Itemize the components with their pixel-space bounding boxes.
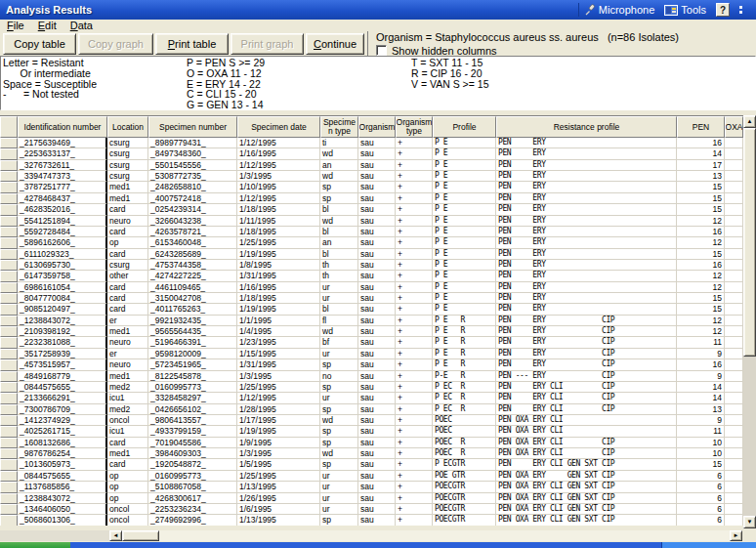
cell-location[interactable]: med1 (107, 448, 148, 459)
cell-identification-number[interactable]: _5592728484_ (18, 227, 107, 237)
cell-identification-number[interactable]: _6147359758_ (18, 271, 107, 281)
cell-resistance-profile[interactable]: PEN ERY CIP (496, 349, 677, 359)
cell-pen[interactable]: 12 (677, 271, 725, 281)
cell-specimen-number[interactable]: _5501545556_ (148, 160, 237, 171)
cell-specimen-number[interactable]: _5308772735_ (148, 171, 237, 182)
cell-location[interactable]: csurg (107, 171, 148, 182)
horizontal-scrollbar-track[interactable] (159, 530, 730, 541)
cell-specimen-type[interactable]: sp (320, 515, 358, 526)
cell-organism[interactable]: sau (358, 138, 396, 148)
cell-profile[interactable]: P E (433, 138, 496, 148)
cell-resistance-profile[interactable]: PEN ERY CIP (496, 337, 677, 348)
cell-resistance-profile[interactable]: PEN ERY CLI CIP (496, 382, 677, 393)
cell-identification-number[interactable]: _4025261715_ (18, 426, 107, 437)
cell-location[interactable]: med2 (107, 382, 148, 393)
cell-oxa[interactable] (725, 349, 743, 359)
cell-specimen-date[interactable]: 1/25/1995 (237, 382, 320, 393)
cell-identification-number[interactable]: _9085120497_ (18, 304, 107, 315)
cell-specimen-type[interactable]: wd (320, 415, 358, 426)
cell-pen[interactable]: 6 (677, 493, 725, 504)
cell-identification-number[interactable]: _1137685856_ (18, 482, 107, 492)
cell-specimen-number[interactable]: _2749692996_ (148, 515, 237, 526)
cell-profile[interactable]: P E R (433, 326, 496, 337)
cell-profile[interactable]: P E (433, 293, 496, 304)
cell-specimen-number[interactable]: _5723451965_ (148, 359, 237, 370)
row-header-cell[interactable] (0, 371, 18, 382)
cell-organism[interactable]: sau (358, 415, 396, 426)
table-row[interactable]: _2253633137_csurg_8497348360_1/16/1995wd… (0, 148, 743, 159)
table-row[interactable]: _3276732611_csurg_5501545556_1/12/1995an… (0, 160, 743, 171)
cell-location[interactable]: csurg (107, 160, 148, 171)
row-header-cell[interactable] (0, 349, 18, 359)
cell-pen[interactable]: 6 (677, 504, 725, 515)
row-header-cell[interactable] (0, 237, 18, 248)
cell-oxa[interactable] (725, 304, 743, 315)
cell-specimen-number[interactable]: _4007572418_ (148, 193, 237, 204)
cell-profile[interactable]: P E R (433, 337, 496, 348)
column-header-pen[interactable]: PEN (677, 116, 725, 138)
scroll-up-button[interactable]: ▲ (743, 115, 756, 128)
vertical-scrollbar-track[interactable] (743, 357, 756, 516)
cell-specimen-number[interactable]: _4263578721_ (148, 227, 237, 237)
cell-organism[interactable]: sau (358, 359, 396, 370)
cell-oxa[interactable] (725, 404, 743, 415)
cell-specimen-type[interactable]: bl (320, 304, 358, 315)
table-row[interactable]: _5541251894_neuro_3266043238_1/11/1995wd… (0, 216, 743, 227)
cell-specimen-type[interactable]: an (320, 160, 358, 171)
cell-specimen-date[interactable]: 1/18/1995 (237, 204, 320, 215)
cell-resistance-profile[interactable]: PEN ERY CIP (496, 316, 677, 326)
table-row[interactable]: _9085120497_card_4011765263_1/19/1995bls… (0, 304, 743, 315)
row-header-cell[interactable] (0, 337, 18, 348)
cell-organism[interactable]: sau (358, 316, 396, 326)
cell-resistance-profile[interactable]: PEN ERY CIP (496, 326, 677, 337)
cell-organism-type[interactable]: + (396, 160, 433, 171)
cell-specimen-number[interactable]: _8497348360_ (148, 148, 237, 159)
cell-organism[interactable]: sau (358, 282, 396, 293)
cell-profile[interactable]: POE GTR (433, 471, 496, 482)
cell-specimen-date[interactable]: 1/10/1995 (237, 182, 320, 192)
menu-data[interactable]: Data (63, 20, 100, 32)
cell-organism-type[interactable]: + (396, 282, 433, 293)
cell-organism-type[interactable]: + (396, 271, 433, 281)
table-row[interactable]: _4025261715_icu1_4933799159_1/19/1995sps… (0, 426, 743, 437)
cell-pen[interactable]: 13 (677, 171, 725, 182)
cell-location[interactable]: op (107, 482, 148, 492)
horizontal-scrollbar-thumb[interactable] (122, 530, 159, 541)
cell-specimen-date[interactable]: 1/3/1995 (237, 171, 320, 182)
menu-edit[interactable]: Edit (31, 20, 63, 32)
column-header-location[interactable]: Location (107, 116, 148, 138)
cell-specimen-date[interactable]: 1/8/1995 (237, 260, 320, 271)
cell-specimen-type[interactable]: sp (320, 193, 358, 204)
cell-specimen-number[interactable]: _4461109465_ (148, 282, 237, 293)
cell-organism[interactable]: sau (358, 382, 396, 393)
cell-organism[interactable]: sau (358, 271, 396, 281)
cell-specimen-date[interactable]: 1/17/1995 (237, 415, 320, 426)
cell-resistance-profile[interactable]: PEN ERY CIP (496, 359, 677, 370)
cell-identification-number[interactable]: _3394747373_ (18, 171, 107, 182)
cell-identification-number[interactable]: _7300786709_ (18, 404, 107, 415)
show-hidden-columns-checkbox[interactable] (376, 45, 387, 56)
cell-location[interactable]: med1 (107, 371, 148, 382)
cell-organism[interactable]: sau (358, 493, 396, 504)
row-header-cell[interactable] (0, 459, 18, 470)
cell-specimen-number[interactable]: _3328458297_ (148, 393, 237, 403)
cell-identification-number[interactable]: _6130695730_ (18, 260, 107, 271)
cell-resistance-profile[interactable]: PEN OXA ERY CLI GEN SXT CIP (496, 482, 677, 492)
cell-pen[interactable]: 15 (677, 182, 725, 192)
cell-specimen-type[interactable]: wd (320, 171, 358, 182)
cell-pen[interactable]: 12 (677, 216, 725, 227)
cell-specimen-number[interactable]: _7019045586_ (148, 438, 237, 448)
cell-pen[interactable]: 12 (677, 237, 725, 248)
cell-organism[interactable]: sau (358, 326, 396, 337)
cell-identification-number[interactable]: _6986161054_ (18, 282, 107, 293)
cell-identification-number[interactable]: _2133666291_ (18, 393, 107, 403)
cell-specimen-type[interactable]: ur (320, 393, 358, 403)
cell-pen[interactable]: 11 (677, 337, 725, 348)
cell-organism-type[interactable]: + (396, 426, 433, 437)
table-row[interactable]: _2232381088_neuro_5196466391_1/23/1995bf… (0, 337, 743, 348)
cell-pen[interactable]: 16 (677, 359, 725, 370)
cell-resistance-profile[interactable]: PEN ERY (496, 260, 677, 271)
cell-specimen-number[interactable]: _6153460048_ (148, 237, 237, 248)
cell-specimen-date[interactable]: 1/13/1995 (237, 482, 320, 492)
cell-organism-type[interactable]: + (396, 349, 433, 359)
